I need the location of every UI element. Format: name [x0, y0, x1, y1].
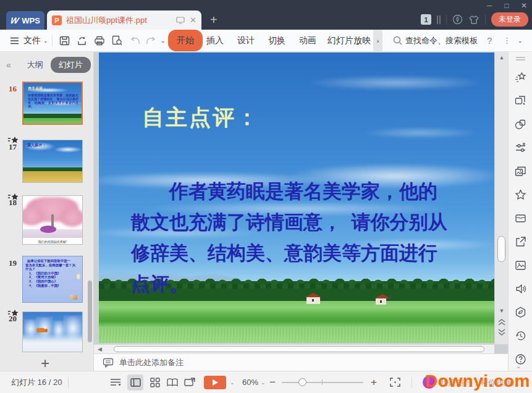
notes-placeholder: 单击此处添加备注 [119, 357, 184, 368]
notes-toggle-icon[interactable] [108, 371, 124, 393]
favorites-star-icon[interactable] [515, 189, 526, 201]
tab-row: W WPS P 祖国山川颂ppt课件.ppt ✕ + 1 [0, 11, 532, 30]
history-clock-icon[interactable] [515, 330, 526, 342]
undo-icon[interactable] [130, 30, 140, 51]
zoom-in-button[interactable]: + [371, 371, 377, 393]
thumbnail-moon-decor [77, 274, 80, 279]
next-slide-icon[interactable] [497, 329, 507, 336]
thumbnail-text: 如果让你在下面四首歌中选一首为本文配乐，你将选哪一首？为什么？ 1、《我们的大中… [25, 259, 80, 287]
reading-view-icon[interactable] [164, 371, 180, 393]
thumbnail-caption: 我们的祖国如此美丽! [23, 240, 82, 243]
zoom-out-button[interactable]: − [269, 371, 276, 393]
window-list-icon[interactable] [437, 15, 441, 24]
share-icon[interactable] [515, 236, 526, 248]
play-slideshow-button[interactable] [204, 376, 226, 389]
slide-thumbnail[interactable] [22, 311, 83, 352]
horizontal-scrollbar[interactable]: ◀ [94, 344, 494, 353]
quick-access-caret-icon[interactable]: ⌄ [161, 30, 166, 51]
thumbnail-field [23, 171, 82, 183]
animation-star-icon[interactable] [515, 72, 526, 83]
play-options-caret-icon[interactable]: ⌄ [230, 371, 235, 393]
monitor-icon[interactable] [176, 17, 185, 24]
window-count-badge[interactable]: 1 [421, 14, 431, 25]
slide-number: 19 [9, 258, 22, 268]
slide-thumbnail[interactable]: 深入探讨： [22, 140, 83, 183]
rail-drag-handle-icon[interactable] [516, 57, 525, 61]
zoom-caret-icon[interactable]: ⌄ [261, 371, 266, 393]
collapse-panel-icon[interactable]: « [6, 60, 11, 70]
print-icon[interactable] [94, 30, 105, 51]
collapse-ribbon-icon[interactable]: ⌄ [518, 30, 523, 51]
menu-hamburger-icon[interactable] [10, 30, 19, 51]
tab-home[interactable]: 开始 [168, 30, 203, 51]
tab-transitions[interactable]: 切换 [268, 30, 285, 51]
slide-thumbnail[interactable]: 自主点评： 作者黄药眠是著名美学家，他的散文也充满了诗情画意， 请你分别从修辞美… [22, 82, 83, 125]
downyi-watermark: Downyi.com [425, 371, 530, 391]
thumbnail-field [23, 118, 82, 125]
zoom-slider-track[interactable] [282, 382, 363, 383]
zoom-level[interactable]: 60% [242, 371, 258, 393]
picture-icon[interactable] [515, 260, 526, 271]
image-tools-icon[interactable] [515, 166, 526, 177]
tab-slides[interactable]: 幻灯片 [51, 57, 91, 73]
template-badge-icon[interactable] [515, 306, 526, 318]
new-tab-button[interactable]: + [210, 13, 217, 27]
previous-slide-icon[interactable] [497, 319, 507, 326]
slide-thumbnail[interactable]: 我们的祖国如此美丽! [22, 195, 83, 245]
tab-design[interactable]: 设计 [237, 30, 255, 51]
vertical-scrollbar-thumb[interactable] [497, 236, 505, 262]
promotion-icon[interactable] [452, 14, 463, 25]
close-button[interactable]: ✕ [520, 1, 528, 10]
material-box-icon[interactable] [515, 213, 526, 224]
properties-sliders-icon[interactable] [515, 142, 526, 154]
zoom-slider-thumb[interactable] [298, 378, 306, 386]
slide-canvas[interactable]: 自主点评： 作者黄药眠是著名美学家，他的 散文也充满了诗情画意， 请你分别从 修… [99, 53, 494, 343]
skin-shirt-icon[interactable] [468, 15, 479, 25]
search-input[interactable]: 查找命令、搜索模板 [405, 30, 478, 51]
fit-to-window-icon[interactable] [387, 371, 403, 393]
slide-body-text[interactable]: 作者黄药眠是著名美学家，他的 散文也充满了诗情画意， 请你分别从 修辞美、结构美… [131, 176, 483, 300]
present-view-icon[interactable] [182, 371, 198, 393]
transition-switch-icon[interactable] [515, 95, 526, 107]
tab-outline[interactable]: 大纲 [27, 59, 43, 70]
search-icon[interactable] [393, 30, 402, 51]
scroll-up-icon[interactable]: ▲ [495, 54, 509, 61]
slide-title-text[interactable]: 自主点评： [142, 103, 260, 132]
maximize-button[interactable]: □ [502, 1, 511, 10]
audio-icon[interactable] [515, 283, 526, 295]
document-tab[interactable]: P 祖国山川颂ppt课件.ppt ✕ [47, 11, 201, 30]
thumbnail-title: 深入探讨： [27, 143, 46, 148]
scroll-left-icon[interactable]: ◀ [98, 346, 102, 352]
collapse-rail-chevron-icon[interactable]: ⌄ [516, 363, 521, 370]
redo-icon[interactable] [146, 30, 156, 51]
shapes-icon[interactable] [515, 119, 526, 130]
tab-animations[interactable]: 动画 [299, 30, 316, 51]
slide-sorter-icon[interactable] [147, 371, 163, 393]
thumbnail-orange-text-decor [36, 328, 44, 333]
more-tabs-button[interactable]: › [373, 30, 382, 51]
tab-slideshow[interactable]: 幻灯片放映 [327, 30, 371, 51]
output-icon[interactable] [77, 30, 87, 51]
slide-thumbnail[interactable]: 如果让你在下面四首歌中选一首为本文配乐，你将选哪一首？为什么？ 1、《我们的大中… [22, 256, 83, 303]
help-icon[interactable]: ? [487, 30, 492, 51]
tab-insert[interactable]: 插入 [206, 30, 224, 51]
wps-presentation-window: ─ □ ✕ W WPS P 祖国山川颂ppt课件.ppt ✕ + [0, 0, 532, 393]
login-button[interactable]: 未登录 [491, 12, 528, 27]
close-tab-icon[interactable]: ✕ [190, 15, 196, 25]
add-slide-button[interactable]: + [41, 355, 49, 372]
print-preview-icon[interactable] [112, 30, 122, 51]
right-toolbar: ⌄ [508, 52, 532, 371]
minimize-button[interactable]: ─ [485, 1, 494, 10]
document-title: 祖国山川颂ppt课件.ppt [66, 15, 172, 26]
file-menu[interactable]: 文件 [23, 30, 41, 51]
save-icon[interactable] [59, 30, 70, 51]
scroll-down-icon[interactable]: ▼ [495, 308, 509, 314]
horizontal-scrollbar-thumb[interactable] [114, 346, 484, 352]
file-menu-caret-icon[interactable]: ⌄ [43, 30, 48, 51]
vertical-scrollbar[interactable]: ▲ ▼ [494, 52, 508, 344]
notes-bar[interactable]: 单击此处添加备注 [94, 353, 508, 371]
panel-scrollbar-thumb[interactable] [88, 281, 92, 342]
kebab-menu-icon[interactable]: ⋮ [503, 30, 511, 51]
wps-home-tab[interactable]: W WPS [6, 11, 44, 30]
normal-view-button[interactable] [127, 374, 143, 391]
